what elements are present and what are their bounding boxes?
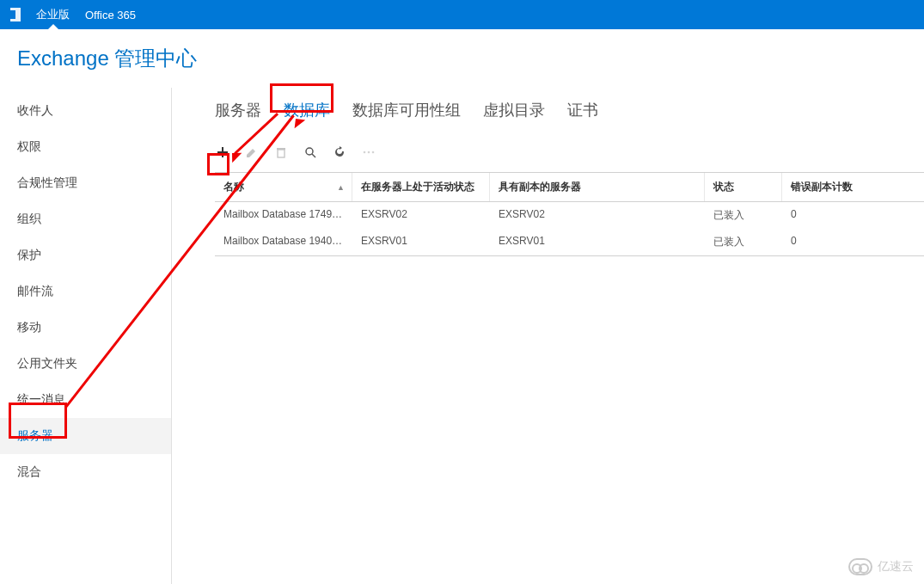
table-row[interactable]: Mailbox Database 174924... EXSRV02 EXSRV…: [215, 202, 924, 229]
refresh-icon: [333, 145, 346, 159]
topbar-office365-link[interactable]: Office 365: [85, 9, 136, 22]
search-button[interactable]: [303, 144, 318, 160]
tab-virtual-directories[interactable]: 虚拟目录: [483, 100, 545, 120]
sidebar-item-hybrid[interactable]: 混合: [0, 454, 171, 490]
content-tabs: 服务器 数据库 数据库可用性组 虚拟目录 证书: [215, 88, 924, 144]
tab-servers[interactable]: 服务器: [215, 100, 261, 120]
search-icon: [303, 145, 317, 159]
cell-bad: 0: [782, 202, 920, 229]
page-title: Exchange 管理中心: [0, 29, 924, 88]
cell-copies: EXSRV02: [490, 202, 705, 229]
office-logo-icon: [7, 6, 24, 23]
watermark: 亿速云: [848, 558, 914, 575]
svg-point-8: [364, 151, 366, 154]
sidebar-item-protection[interactable]: 保护: [0, 237, 171, 274]
cell-copies: EXSRV01: [490, 229, 705, 255]
tab-certificates[interactable]: 证书: [567, 100, 598, 120]
col-bad-copies[interactable]: 错误副本计数: [782, 173, 920, 201]
cell-status: 已装入: [705, 202, 782, 229]
pencil-icon: [245, 145, 259, 159]
col-active-on[interactable]: 在服务器上处于活动状态: [352, 173, 490, 201]
sort-asc-icon: ▲: [337, 183, 345, 192]
table-row[interactable]: Mailbox Database 194075... EXSRV01 EXSRV…: [215, 229, 924, 255]
add-button[interactable]: [215, 144, 230, 160]
col-copies[interactable]: 具有副本的服务器: [490, 173, 705, 201]
svg-rect-5: [277, 148, 285, 150]
table-header: 名称▲ 在服务器上处于活动状态 具有副本的服务器 状态 错误副本计数: [215, 173, 924, 202]
watermark-logo-icon: [848, 558, 872, 575]
svg-line-7: [312, 154, 315, 157]
watermark-text: 亿速云: [878, 559, 914, 575]
edit-button[interactable]: [244, 144, 260, 160]
sidebar-item-mailflow[interactable]: 邮件流: [0, 274, 171, 310]
more-icon: [362, 145, 376, 159]
plus-icon: [216, 145, 229, 159]
tab-databases[interactable]: 数据库: [284, 100, 330, 120]
trash-icon: [274, 145, 288, 159]
svg-point-10: [372, 151, 375, 154]
more-button[interactable]: [361, 144, 376, 160]
top-ribbon: 企业版 Office 365: [0, 0, 924, 29]
svg-point-6: [306, 148, 313, 155]
sidebar-item-public-folders[interactable]: 公用文件夹: [0, 346, 171, 382]
toolbar: [215, 144, 924, 172]
col-status[interactable]: 状态: [705, 173, 782, 201]
cell-name: Mailbox Database 194075...: [215, 229, 352, 255]
sidebar: 收件人 权限 合规性管理 组织 保护 邮件流 移动 公用文件夹 统一消息 服务器…: [0, 88, 172, 584]
database-table: 名称▲ 在服务器上处于活动状态 具有副本的服务器 状态 错误副本计数 Mailb…: [215, 172, 924, 256]
cell-name: Mailbox Database 174924...: [215, 202, 352, 229]
sidebar-item-permissions[interactable]: 权限: [0, 129, 171, 165]
svg-rect-3: [217, 151, 228, 153]
sidebar-item-mobile[interactable]: 移动: [0, 310, 171, 346]
sidebar-item-recipients[interactable]: 收件人: [0, 93, 171, 129]
sidebar-item-compliance[interactable]: 合规性管理: [0, 165, 171, 201]
cell-status: 已装入: [705, 229, 782, 255]
svg-rect-4: [278, 150, 285, 157]
tab-dag[interactable]: 数据库可用性组: [352, 100, 461, 120]
cell-active-on: EXSRV02: [352, 202, 490, 229]
cell-active-on: EXSRV01: [352, 229, 490, 255]
sidebar-item-servers[interactable]: 服务器: [0, 418, 171, 454]
svg-point-9: [368, 151, 370, 154]
topbar-enterprise-link[interactable]: 企业版: [36, 7, 70, 22]
refresh-button[interactable]: [332, 144, 347, 160]
col-name[interactable]: 名称▲: [215, 173, 352, 201]
content-area: 服务器 数据库 数据库可用性组 虚拟目录 证书: [172, 88, 924, 584]
sidebar-item-unified-messaging[interactable]: 统一消息: [0, 382, 171, 418]
svg-rect-1: [9, 10, 15, 19]
sidebar-item-organization[interactable]: 组织: [0, 201, 171, 237]
delete-button[interactable]: [273, 144, 289, 160]
cell-bad: 0: [782, 229, 920, 255]
